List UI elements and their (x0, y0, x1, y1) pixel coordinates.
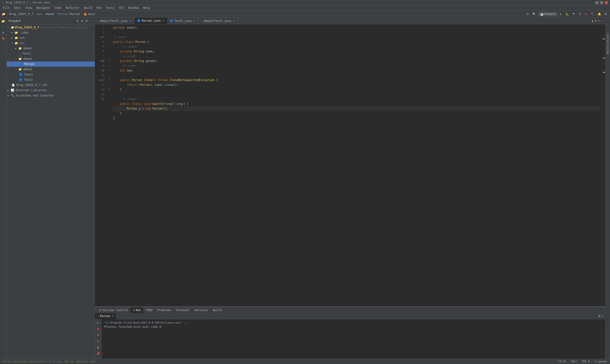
tab-todo[interactable]: TODO (143, 307, 155, 313)
line-num-8: ▶8 (95, 59, 104, 63)
tree-demo1[interactable]: ▶ 📁 demo1 (7, 46, 95, 51)
run-rerun-btn[interactable]: ↺ (96, 333, 101, 338)
minimize-button[interactable]: ─ (595, 1, 598, 4)
menu-vcs[interactable]: VCS (117, 6, 126, 10)
line-col-status[interactable]: 13:33 (557, 360, 567, 363)
project-collapse-all-btn[interactable]: ⊟ (80, 19, 84, 23)
menu-window[interactable]: Window (127, 6, 141, 10)
crlf-status[interactable]: CRLF (570, 360, 578, 363)
breadcrumb-src[interactable]: src (37, 13, 42, 16)
tab-terminal[interactable]: Terminal (173, 307, 192, 313)
tab-version-control[interactable]: ⎇ Version Control (96, 307, 130, 313)
title-bar-controls[interactable]: ─ □ ✕ (595, 1, 608, 4)
tab-demo3-test1[interactable]: ☕ demo3\Test1.java ✕ (198, 18, 238, 24)
fold-icon-10[interactable]: ⊟ (108, 68, 110, 71)
toolbar-vcs-update[interactable]: ⟳ (526, 12, 530, 16)
tab-close-person[interactable]: ✕ (162, 19, 165, 22)
project-locate-btn[interactable]: ⊕ (85, 19, 88, 23)
tab-demo1-test1[interactable]: ☕ demo1\Test1.java ✕ (95, 18, 135, 24)
commit-icon[interactable]: ✓ (1, 24, 6, 29)
toolbar-notifications[interactable]: 🔔 (597, 12, 602, 16)
tree-src[interactable]: ▾ 📁 src (7, 40, 95, 46)
menu-code[interactable]: Code (53, 6, 63, 10)
build-status[interactable]: Build completed successfully in 1 sec, 4… (2, 360, 97, 363)
tab-close-demo3-test1[interactable]: ✕ (232, 19, 236, 23)
tree-external-libraries[interactable]: ▶ 📊 External Libraries (7, 88, 95, 93)
charset-status[interactable]: UTF-8 (581, 360, 591, 363)
tab-test2[interactable]: 🔵 Test2.java ✕ (168, 18, 198, 24)
tab-build[interactable]: Build (211, 307, 224, 313)
run-list-btn[interactable]: ≡ (96, 339, 101, 344)
tab-person[interactable]: 🔵 Person.java ✕ (135, 18, 168, 24)
menu-build[interactable]: Build (82, 6, 94, 10)
menu-tools[interactable]: Tools (104, 6, 117, 10)
tab-close-demo1-test1[interactable]: ✕ (129, 19, 132, 23)
run-pin-btn[interactable]: 📌 (96, 351, 101, 356)
toolbar-settings[interactable]: ⚙ (604, 12, 608, 16)
tree-demo3-test2[interactable]: 🔵 Test2 (7, 77, 95, 82)
tree-out[interactable]: ▶ 📁 out (7, 35, 95, 40)
tree-iml[interactable]: 📋 Blog_J2023_9_7.iml (7, 82, 95, 88)
cls-person-13b: Person (153, 106, 163, 111)
run-restart-btn[interactable]: ▶ (96, 320, 101, 325)
run-person-close[interactable]: ✕ (112, 315, 114, 317)
project-icon[interactable]: 📁 (1, 19, 6, 24)
bookmarks-icon[interactable]: 🔖 (1, 36, 6, 41)
tab-more-btn[interactable]: ⋯ (599, 19, 603, 23)
menu-navigate[interactable]: Navigate (35, 6, 52, 10)
breadcrumb-class[interactable]: Person (58, 13, 68, 16)
kw-public-8: public (120, 78, 130, 82)
tree-demo3-test1[interactable]: 🔵 Test1 (7, 72, 95, 77)
fold-icon-12[interactable]: ⊟ (108, 78, 110, 80)
run-filter-btn[interactable]: ⊟ (96, 345, 101, 350)
breadcrumb-project[interactable]: 📁 (2, 13, 5, 16)
menu-run[interactable]: Run (95, 6, 104, 10)
breadcrumb-method[interactable]: ⬤ (84, 13, 87, 16)
tab-run[interactable]: ▶ Run (130, 307, 143, 313)
menu-edit[interactable]: Edit (12, 6, 23, 10)
close-button[interactable]: ✕ (605, 1, 608, 4)
breadcrumb-demo2[interactable]: demo2 (46, 13, 54, 16)
fold-16 (107, 96, 111, 101)
run-person-tab[interactable]: ☕ Person ✕ (95, 313, 116, 319)
code-area[interactable]: package demo2; 4 usages public class Per… (111, 24, 602, 306)
menu-refactor[interactable]: Refactor (64, 6, 81, 10)
run-close-btn[interactable]: × (602, 314, 603, 318)
toolbar-right: ⟳ 🔍 ☕ Person ▾ ▶ 🐛 ☂ ⏱ ⏹ 🔨 🔔 ⚙ (526, 12, 608, 16)
breadcrumb-root[interactable]: Blog_J2023_9_7 (9, 13, 33, 16)
menu-file[interactable]: File (1, 6, 12, 10)
stop-button[interactable]: ⏹ (584, 12, 588, 16)
tree-person[interactable]: 🔵 Person (7, 62, 95, 67)
run-settings-btn[interactable]: ⚙ (598, 314, 601, 318)
tree-root[interactable]: ▾ 📁 Blog_J2023_9_7 D:\Project\JAVA\Blog_… (7, 25, 95, 30)
debug-button[interactable]: 🐛 (564, 12, 570, 16)
run-button[interactable]: ▶ (559, 12, 563, 16)
tree-scratches[interactable]: ▶ 🔧 Scratches and Consoles (7, 93, 95, 98)
fold-icon-14[interactable]: ⊟ (108, 87, 110, 90)
structure-icon[interactable]: ≡ (1, 30, 6, 35)
tab-problems[interactable]: Problems (155, 307, 173, 313)
project-close-btn[interactable]: ─ (89, 19, 93, 23)
run-config-selector[interactable]: ☕ Person ▾ (538, 12, 558, 16)
right-gutter[interactable] (602, 24, 605, 306)
maximize-button[interactable]: □ (600, 1, 603, 4)
iml-label: Blog_J2023_9_7.iml (16, 83, 47, 87)
fold-icon-8[interactable]: ⊟ (108, 59, 110, 62)
menu-help[interactable]: Help (141, 6, 152, 10)
tree-demo1-test1[interactable]: ☕ Test1 (7, 51, 95, 56)
tree-demo2[interactable]: ▾ 📁 demo2 (7, 56, 95, 62)
tree-idea[interactable]: ▶ 📁 .idea (7, 30, 95, 35)
run-stop-btn[interactable]: ⏹ (96, 326, 101, 332)
menu-view[interactable]: View (23, 6, 34, 10)
profile-button[interactable]: ⏱ (577, 12, 582, 16)
tree-demo3[interactable]: ▾ 📁 demo3 (7, 67, 95, 72)
coverage-button[interactable]: ☂ (571, 12, 576, 16)
tab-close-test2[interactable]: ✕ (193, 19, 196, 23)
toolbar-search[interactable]: 🔍 (531, 12, 537, 16)
indent-status[interactable]: 4 spaces (594, 360, 608, 363)
code-line-3: public class Person { (113, 39, 600, 44)
toolbar-build[interactable]: 🔨 (590, 12, 595, 16)
project-settings-btn[interactable]: ⚙ (76, 19, 79, 23)
notifications-right-label[interactable]: Notifications (606, 32, 610, 55)
tab-services[interactable]: Services (192, 307, 211, 313)
